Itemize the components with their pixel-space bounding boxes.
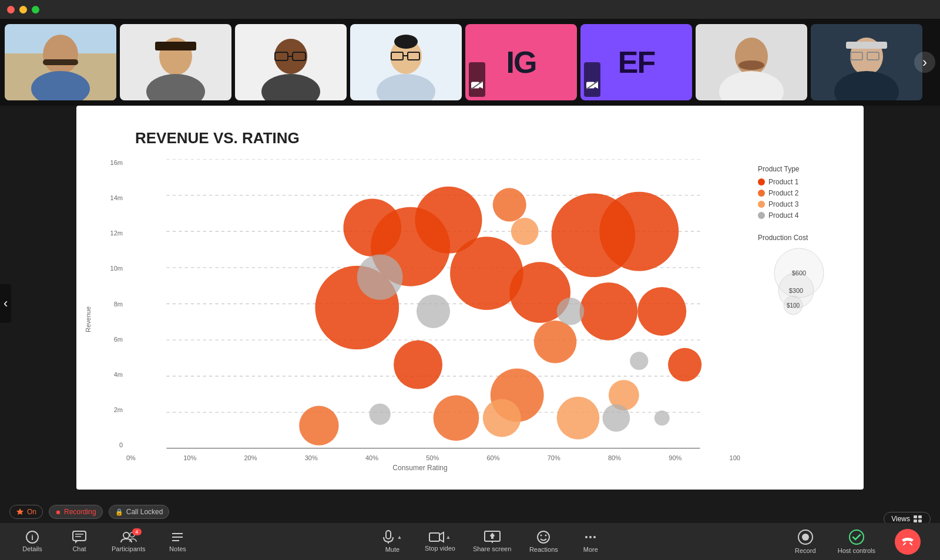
stop-video-label: Stop video [425,545,455,552]
record-button[interactable]: Record [791,529,820,554]
participant-4[interactable] [350,24,462,100]
svg-point-67 [511,218,539,245]
production-cost-section: Production Cost $600 $300 $100 [758,234,852,323]
svg-text:$100: $100 [787,302,800,309]
participant-8[interactable] [811,24,922,100]
y-label-6m: 6m [114,336,123,343]
minimize-button[interactable] [19,6,27,14]
legend-item-product4: Product 4 [758,211,852,220]
svg-point-72 [630,352,648,370]
svg-text:$300: $300 [789,287,803,294]
x-label-10pct: 10% [183,454,196,461]
x-label-100: 100 [730,454,740,461]
svg-rect-37 [846,42,887,49]
svg-rect-85 [918,515,922,518]
participant-1[interactable] [5,24,116,100]
notes-button[interactable]: Notes [163,531,192,552]
prev-slide-area: ‹ [0,106,35,501]
reactions-icon [536,530,550,544]
legend-title: Product Type [758,165,852,173]
svg-rect-22 [471,82,479,89]
mute-button[interactable]: ▲ Mute [378,530,407,553]
share-screen-button[interactable]: Share screen [473,531,511,552]
participants-button[interactable]: 4 Participants [112,531,145,552]
prev-slide-arrow[interactable]: ‹ [0,284,11,323]
details-button[interactable]: i Details [18,531,47,552]
x-label-0pct: 0% [126,454,136,461]
svg-point-57 [637,287,686,336]
svg-point-59 [299,406,338,445]
chat-icon [72,531,86,544]
participant-2[interactable] [120,24,231,100]
svg-text:i: i [31,533,33,542]
more-label: More [583,546,598,553]
stop-video-button[interactable]: ▲ Stop video [425,531,455,552]
x-label-80pct: 80% [608,454,621,461]
svg-point-68 [357,254,403,300]
host-controls-icon [848,529,865,545]
svg-rect-86 [914,519,917,522]
record-icon [797,529,814,545]
svg-point-110 [538,531,549,543]
screen-share-content: REVENUE VS. RATING 16m 14m 12m 10m 8m 6m… [76,106,864,490]
host-controls-button[interactable]: Host controls [838,529,875,554]
svg-point-115 [593,536,596,538]
mute-expand-arrow: ▲ [397,534,402,540]
svg-point-55 [599,192,679,271]
svg-line-119 [904,543,905,545]
legend-dot-product2 [758,190,765,197]
details-label: Details [22,545,42,552]
participant-7[interactable] [696,24,807,100]
reactions-label: Reactions [529,546,558,553]
grid-icon [914,515,923,522]
x-label-40pct: 40% [365,454,378,461]
share-screen-label: Share screen [473,545,511,552]
chat-button[interactable]: Chat [65,531,94,552]
svg-point-69 [417,295,450,328]
call-locked-pill[interactable]: 🔒 Call Locked [109,505,170,519]
svg-point-71 [603,404,630,432]
legend-item-product1: Product 1 [758,178,852,186]
legend-item-product2: Product 2 [758,189,852,197]
notes-label: Notes [169,545,186,552]
svg-point-64 [483,399,521,437]
chat-label: Chat [72,545,86,552]
x-label-30pct: 30% [305,454,318,461]
participant-3[interactable] [235,24,347,100]
svg-line-120 [910,543,912,545]
more-button[interactable]: More [576,530,605,553]
participant-ig[interactable]: IG [465,24,577,100]
participants-badge: 4 [132,528,142,535]
svg-rect-25 [586,82,595,89]
ai-label: On [27,508,36,516]
microphone-icon [382,530,394,544]
toolbar-center-group: ▲ Mute ▲ Stop video [378,530,605,553]
next-participant-arrow[interactable]: › [914,52,935,73]
svg-marker-93 [75,541,78,544]
camera-icon [429,531,444,543]
y-axis-label: Revenue [85,306,92,332]
maximize-button[interactable] [32,6,39,14]
ai-status-pill[interactable]: On [9,505,43,519]
close-button[interactable] [7,6,15,14]
reactions-button[interactable]: Reactions [529,530,558,553]
cost-circles-svg: $600 $300 $100 [758,247,828,323]
end-call-button[interactable] [893,529,922,555]
chart-title: REVENUE VS. RATING [135,129,852,147]
svg-text:$600: $600 [792,269,806,276]
toolbar-right-group: Record Host controls [791,529,922,555]
svg-point-94 [123,532,129,538]
ai-icon [16,508,24,516]
svg-point-62 [534,321,577,363]
call-locked-label: Call Locked [126,508,163,516]
svg-point-63 [493,188,526,221]
participant-strip: IG EF [0,19,940,106]
svg-marker-102 [439,532,444,542]
svg-point-21 [394,35,418,49]
participant-ef[interactable]: EF [580,24,692,100]
svg-point-51 [394,340,442,389]
recording-pill[interactable]: ⏺ Recording [49,505,103,519]
svg-point-118 [850,530,864,544]
svg-point-111 [540,535,542,537]
legend-label-product3: Product 3 [768,200,798,208]
